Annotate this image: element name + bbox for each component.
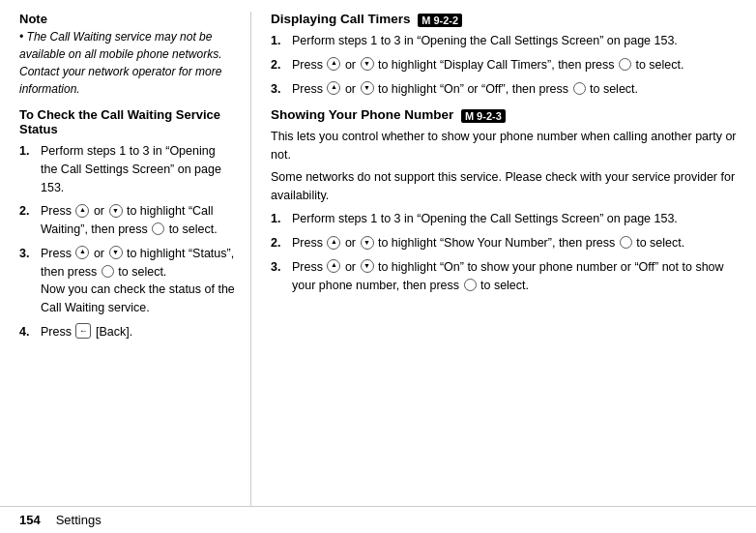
show-number-intro-1: This lets you control whether to show yo… — [271, 128, 737, 164]
step-content: Press ← [Back]. — [41, 323, 235, 341]
step-number: 1. — [271, 210, 288, 228]
left-column: Note • The Call Waiting service may not … — [0, 12, 251, 506]
step-content: Press or to highlight “Display Call Time… — [292, 56, 737, 74]
show-number-section: Showing Your Phone Number M 9-2-3 This l… — [271, 107, 737, 294]
back-button-icon: ← — [75, 323, 91, 339]
note-text: • The Call Waiting service may not be av… — [19, 28, 235, 98]
arrow-down-icon — [109, 204, 123, 218]
step-item: 1. Perform steps 1 to 3 in “Opening the … — [271, 210, 737, 228]
select-button-icon — [464, 279, 477, 291]
select-button-icon — [152, 222, 164, 235]
select-button-icon — [102, 265, 114, 278]
step-number: 4. — [19, 323, 37, 341]
step-number: 3. — [271, 258, 288, 295]
arrow-down-icon — [361, 81, 374, 95]
step-content: Press or to highlight “On” to show your … — [292, 258, 737, 295]
step-content: Press or to highlight “Show Your Number”… — [292, 234, 737, 252]
step-number: 2. — [271, 56, 288, 74]
show-number-steps: 1. Perform steps 1 to 3 in “Opening the … — [271, 210, 737, 294]
select-button-icon — [620, 236, 632, 249]
step-content: Press or to highlight “Call Waiting”, th… — [41, 202, 235, 239]
select-button-icon — [619, 58, 631, 71]
step-content: Press or to highlight “Status”, then pre… — [41, 245, 235, 317]
note-bullet-text: The Call Waiting service may not be avai… — [19, 30, 221, 96]
step-number: 1. — [271, 32, 288, 50]
step-item: 4. Press ← [Back]. — [19, 323, 235, 341]
note-title: Note — [19, 12, 235, 26]
step-item: 2. Press or to highlight “Display Call T… — [271, 56, 737, 74]
step-content: Perform steps 1 to 3 in “Opening the Cal… — [292, 32, 737, 50]
arrow-down-icon — [361, 57, 374, 71]
step-number: 3. — [271, 80, 288, 99]
step-item: 1. Perform steps 1 to 3 in “Opening the … — [271, 32, 737, 50]
check-status-title: To Check the Call Waiting Service Status — [19, 107, 235, 136]
step-content: Press or to highlight “On” or “Off”, the… — [292, 80, 737, 99]
page-container: Note • The Call Waiting service may not … — [0, 0, 756, 533]
arrow-up-icon — [327, 81, 340, 95]
step-item: 3. Press or to highlight “On” or “Off”, … — [271, 80, 737, 99]
content-area: Note • The Call Waiting service may not … — [0, 0, 756, 506]
step-number: 3. — [19, 245, 37, 317]
arrow-up-icon — [75, 204, 89, 218]
footer-page-number: 154 — [19, 513, 41, 527]
arrow-up-icon — [327, 57, 340, 71]
footer-section-label: Settings — [56, 513, 102, 527]
note-block: Note • The Call Waiting service may not … — [19, 12, 235, 98]
arrow-down-icon — [361, 236, 374, 250]
check-status-steps: 1. Perform steps 1 to 3 in “Opening the … — [19, 142, 235, 341]
step-item: 2. Press or to highlight “Call Waiting”,… — [19, 202, 235, 239]
display-timers-section: Displaying Call Timers M 9-2-2 1. Perfor… — [271, 12, 737, 98]
step-item: 2. Press or to highlight “Show Your Numb… — [271, 234, 737, 252]
arrow-up-icon — [327, 259, 340, 273]
select-button-icon — [573, 82, 586, 95]
display-timers-heading: Displaying Call Timers — [271, 12, 411, 26]
arrow-down-icon — [361, 259, 374, 273]
right-column: Displaying Call Timers M 9-2-2 1. Perfor… — [251, 12, 756, 506]
arrow-up-icon — [327, 236, 340, 250]
show-number-heading: Showing Your Phone Number — [271, 107, 453, 122]
step-item: 3. Press or to highlight “On” to show yo… — [271, 258, 737, 295]
display-timers-steps: 1. Perform steps 1 to 3 in “Opening the … — [271, 32, 737, 98]
step-number: 2. — [271, 234, 288, 252]
step-content: Perform steps 1 to 3 in “Opening the Cal… — [41, 142, 235, 196]
step-item: 3. Press or to highlight “Status”, then … — [19, 245, 235, 317]
display-timers-heading-row: Displaying Call Timers M 9-2-2 — [271, 12, 737, 26]
page-footer: 154 Settings — [0, 506, 756, 533]
step-number: 1. — [19, 142, 37, 196]
arrow-up-icon — [75, 246, 89, 259]
show-number-intro-2: Some networks do not support this servic… — [271, 168, 737, 205]
show-number-heading-row: Showing Your Phone Number M 9-2-3 — [271, 107, 737, 122]
show-number-menu-code: M 9-2-3 — [461, 109, 506, 123]
step-item: 1. Perform steps 1 to 3 in “Opening the … — [19, 142, 235, 196]
arrow-down-icon — [109, 246, 123, 259]
step-content: Perform steps 1 to 3 in “Opening the Cal… — [292, 210, 737, 228]
step-number: 2. — [19, 202, 37, 239]
display-timers-menu-code: M 9-2-2 — [418, 14, 462, 27]
